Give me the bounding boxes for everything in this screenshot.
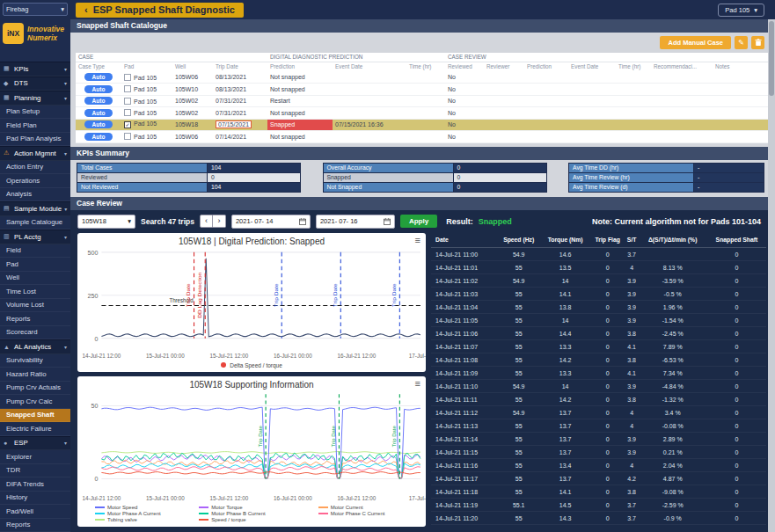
row-checkbox[interactable] [124,74,131,81]
trip-table-row[interactable]: 14-Jul-21 11:0054.914.603.70 [431,248,766,261]
sidebar-item-action-entry[interactable]: Action Entry [0,161,70,175]
row-checkbox[interactable] [124,98,131,105]
edit-button[interactable]: ✎ [735,36,748,49]
sidebar-item-plan-setup[interactable]: Plan Setup [0,106,70,120]
well-selector-value: 105W18 [82,217,106,225]
sidebar-item-operations[interactable]: Operations [0,174,70,188]
trip-table-row[interactable]: 14-Jul-21 11:155513.703.90.21 %0 [431,446,766,459]
sidebar-item-pump-crv-calc[interactable]: Pump Crv Calc [0,395,70,409]
trip-table-row[interactable]: 14-Jul-21 11:1254.913.7043.4 %0 [431,406,766,419]
sidebar-item-reports[interactable]: Reports [0,519,70,532]
trip-table-row[interactable]: 14-Jul-21 11:095513.304.17.34 %0 [431,367,766,380]
row-checkbox[interactable] [124,133,131,140]
trip-table-row[interactable]: 14-Jul-21 11:135513.704-0.08 %0 [431,419,766,433]
pad-selector[interactable]: Pad 105 ▾ [718,4,764,17]
trip-table-row[interactable]: 14-Jul-21 11:035514.103.9-0.5 %0 [431,288,766,301]
sidebar-item-label: Scorecard [6,328,38,336]
chevron-down-icon: ▾ [64,234,67,240]
trip-table-row[interactable]: 14-Jul-21 11:175513.704.24.87 %0 [431,472,766,485]
catalogue-row[interactable]: AutoPad 105105W0207/31/2021RestartNo [76,95,770,107]
sidebar-item-hazard-ratio[interactable]: Hazard Ratio [0,368,70,382]
sidebar-item-pump-crv-actuals[interactable]: Pump Crv Actuals [0,382,70,396]
sidebar-item-label: DIFA Trends [6,480,44,488]
sidebar-item-sample-module[interactable]: ▤Sample Module▾ [0,201,70,216]
svg-text:17-Jul-21: 17-Jul-21 [409,495,426,501]
sidebar-item-pl-acctg[interactable]: ▥PL Acctg▾ [0,230,70,244]
sidebar-item-reports[interactable]: Reports [0,312,70,326]
catalogue-row[interactable]: AutoPad 105105W1008/13/2021Not snappedNo [76,84,770,96]
catalogue-row[interactable]: AutoPad 105105W0207/31/2021Not snappedNo [76,107,770,120]
prev-trip-button[interactable]: ‹ [200,215,213,228]
sidebar-item-planning[interactable]: ▦Planning▾ [0,91,70,106]
vertical-scrollbar[interactable] [768,19,775,532]
trip-table-row[interactable]: 14-Jul-21 11:05551403.9-1.54 %0 [431,314,766,327]
sidebar-item-sample-catalogue[interactable]: Sample Catalogue [0,216,70,230]
legend-item: Speed / torque [199,517,314,522]
trip-table-row[interactable]: 14-Jul-21 11:0254.91403.9-3.59 %0 [431,274,766,288]
chevron-down-icon: ▾ [64,344,67,350]
sidebar-item-pad-well[interactable]: Pad/Well [0,505,70,519]
end-date-input[interactable]: 2021- 07- 16 [316,215,395,229]
add-manual-case-button[interactable]: Add Manual Case [660,36,731,49]
sidebar-item-survivability[interactable]: Survivability [0,354,70,368]
sidebar-item-label: Action Mgmnt [14,149,56,157]
row-checkbox[interactable]: ✓ [124,121,131,128]
sidebar-item-kpis[interactable]: ▦KPIs▾ [0,62,70,77]
catalogue-row[interactable]: Auto✓Pad 105105W1807/15/2021Snapped07/15… [76,119,770,131]
sidebar-item-difa-trends[interactable]: DIFA Trends [0,477,70,492]
catalogue-row[interactable]: AutoPad 105105W0608/13/2021Not snappedNo [76,71,770,84]
row-checkbox[interactable] [124,85,131,92]
sidebar-item-pad[interactable]: Pad [0,258,70,272]
sidebar-item-snapped-shaft[interactable]: Snapped Shaft [0,409,70,423]
kpi-table: Avg Time DD (hr)-Avg Time Review (hr)-Av… [568,163,764,193]
chart-menu-icon[interactable]: ≡ [415,378,420,389]
sidebar-item-pad-plan-analysis[interactable]: Pad Plan Analysis [0,133,70,147]
scrollbar-thumb[interactable] [769,21,774,96]
trip-table-row[interactable]: 14-Jul-21 11:145513.703.92.89 %0 [431,433,766,446]
chart-menu-icon[interactable]: ≡ [415,235,420,245]
trip-table-row[interactable]: 14-Jul-21 11:065514.403.8-2.45 %0 [431,327,766,340]
sidebar-item-analysis[interactable]: Analysis [0,188,70,202]
sidebar-item-well[interactable]: Well [0,272,70,286]
site-selector[interactable]: Firebag ▾ [3,3,68,16]
trip-table-row[interactable]: 14-Jul-21 11:115514.203.8-1.32 %0 [431,393,766,406]
sidebar-item-scorecard[interactable]: Scorecard [0,326,70,340]
trip-table-row[interactable]: 14-Jul-21 11:015513.5048.13 %0 [431,261,766,274]
start-date-input[interactable]: 2021- 07- 14 [231,215,311,229]
legend-label: Motor Current [331,505,363,510]
trip-table-row[interactable]: 14-Jul-21 11:205514.303.7-0.9 %0 [431,512,766,525]
next-trip-button[interactable]: › [213,215,226,228]
apply-button[interactable]: Apply [400,215,437,228]
catalogue-row[interactable]: AutoPad 105105W0607/14/2021Not snappedNo [76,131,770,143]
sidebar-item-electric-failure[interactable]: Electric Failure [0,422,70,436]
sidebar-item-action-mgmnt[interactable]: ⚠Action Mgmnt▾ [0,146,70,161]
row-checkbox[interactable] [124,109,131,116]
trip-table-row[interactable]: 14-Jul-21 11:045513.803.91.96 %0 [431,301,766,314]
trip-table-row[interactable]: 14-Jul-21 11:085514.203.8-6.53 %0 [431,353,766,367]
delete-button[interactable] [751,36,764,49]
sidebar-item-explorer[interactable]: Explorer [0,450,70,464]
kpi-label: Avg Time DD (hr) [569,163,694,172]
trip-table-row[interactable]: 14-Jul-21 11:185514.103.8-9.08 %0 [431,485,766,499]
sidebar-item-time-lost[interactable]: Time Lost [0,285,70,299]
svg-text:Trip Date: Trip Date [391,282,398,306]
page-title-badge[interactable]: ‹ ESP Snapped Shaft Diagnostic [76,3,244,18]
well-selector[interactable]: 105W18 ▾ [77,215,135,229]
trip-table-row[interactable]: 14-Jul-21 11:075513.304.17.89 %0 [431,340,766,353]
result-value: Snapped [479,217,512,226]
sidebar-item-field[interactable]: Field [0,244,70,259]
sidebar-item-tdr[interactable]: TDR [0,464,70,478]
sidebar-item-esp[interactable]: ●ESP▾ [0,436,70,451]
trip-table-row[interactable]: 14-Jul-21 11:1955.114.503.7-2.59 %0 [431,499,766,512]
legend-marker [95,513,105,514]
sidebar-item-label: Reports [6,315,30,323]
sidebar-item-field-plan[interactable]: Field Plan [0,119,70,133]
sidebar-item-volume-lost[interactable]: Volume Lost [0,299,70,313]
trip-table-row[interactable]: 14-Jul-21 11:165513.4042.04 %0 [431,459,766,472]
sidebar-item-dts[interactable]: ◆DTS▾ [0,77,70,91]
sidebar-item-al-analytics[interactable]: ▲AL Analytics▾ [0,339,70,354]
legend-item: Motor Current [318,505,419,510]
sidebar-item-label: Pump Crv Calc [6,397,52,405]
trip-table-row[interactable]: 14-Jul-21 11:1054.91403.9-4.84 %0 [431,380,766,393]
sidebar-item-history[interactable]: History [0,492,70,506]
